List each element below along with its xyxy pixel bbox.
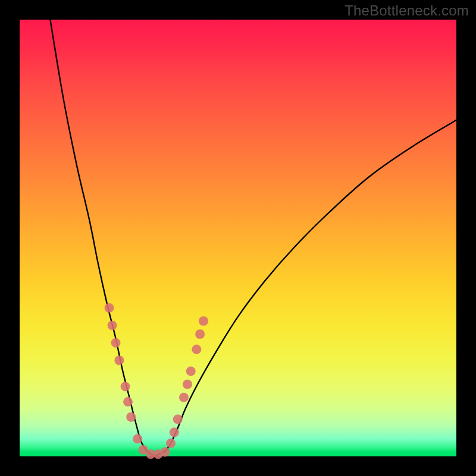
highlight-dot <box>114 356 124 365</box>
highlight-dot <box>192 345 201 354</box>
curve-layer <box>20 20 456 456</box>
highlight-dots <box>105 303 209 459</box>
chart-frame: TheBottleneck.com <box>0 0 476 476</box>
bottleneck-curve <box>50 20 456 455</box>
highlight-dot <box>173 415 183 424</box>
highlight-dot <box>108 321 117 330</box>
highlight-dot <box>105 303 114 312</box>
highlight-dot <box>123 397 133 406</box>
highlight-dot <box>111 338 121 347</box>
highlight-dot <box>183 380 192 389</box>
plot-area <box>20 20 456 456</box>
watermark-text: TheBottleneck.com <box>345 2 469 19</box>
highlight-dot <box>126 412 136 422</box>
highlight-dot <box>170 428 179 437</box>
highlight-dot <box>195 330 205 339</box>
highlight-dot <box>166 439 176 448</box>
highlight-dot <box>179 393 189 402</box>
highlight-dot <box>133 434 142 444</box>
highlight-dot <box>199 317 208 326</box>
highlight-dot <box>121 382 130 392</box>
highlight-dot <box>160 447 170 457</box>
highlight-dot <box>186 367 196 376</box>
